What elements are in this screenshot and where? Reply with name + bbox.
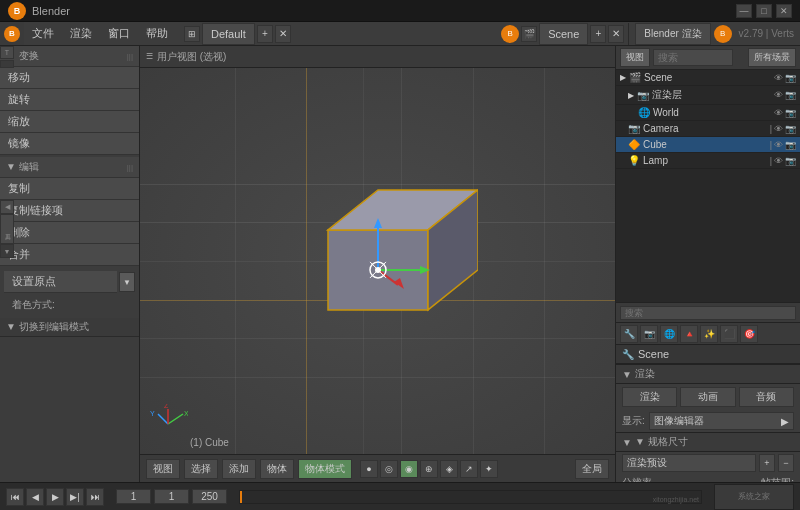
play-start-btn[interactable]: ⏮ [6, 488, 24, 506]
end-frame-input[interactable] [192, 489, 227, 504]
outliner-item-renderlayer[interactable]: ▶ 📷 渲染层 👁 📷 [616, 86, 800, 105]
search-input[interactable] [653, 49, 733, 66]
select-button[interactable]: 选择 [184, 459, 218, 479]
left-panel: T ▼ 变换 ||| 移动 旋转 缩放 镜像 ▼ 编辑 ||| 复制 复制链接项… [0, 46, 140, 482]
transform-section-header[interactable]: ▼ 变换 ||| [0, 46, 139, 67]
render-btn[interactable]: 渲染 [622, 387, 677, 407]
prop-tab-render[interactable]: 🔧 [620, 325, 638, 343]
cube-render-icon[interactable]: 👁 [774, 140, 783, 150]
side-nav-1[interactable]: ◀ [0, 200, 14, 214]
move-button[interactable]: 移动 [0, 67, 139, 89]
prop-tab-object[interactable]: 🔺 [680, 325, 698, 343]
preset-del-btn[interactable]: − [778, 454, 794, 472]
cube-sel-icon[interactable]: 📷 [785, 140, 796, 150]
outliner-item-world[interactable]: 🌐 World 👁 📷 [616, 105, 800, 121]
viewport-icon-7[interactable]: ✦ [480, 460, 498, 478]
scale-section-header[interactable]: ▼ ▼ 规格尺寸 [616, 432, 800, 452]
minimize-button[interactable]: — [736, 4, 752, 18]
viewport-icon-5[interactable]: ◈ [440, 460, 458, 478]
scene-selector[interactable]: Scene [539, 23, 588, 45]
animation-btn[interactable]: 动画 [680, 387, 735, 407]
prev-frame-btn[interactable]: ◀ [26, 488, 44, 506]
start-frame-input[interactable] [116, 489, 151, 504]
side-icon-1[interactable]: T [0, 46, 14, 59]
menu-render[interactable]: 渲染 [62, 22, 100, 45]
scene-prop-label: Scene [638, 348, 669, 360]
viewport-icon-4[interactable]: ⊕ [420, 460, 438, 478]
maximize-button[interactable]: □ [756, 4, 772, 18]
lamp-vis-icon[interactable]: | [770, 156, 772, 166]
display-selector[interactable]: 图像编辑器 ▶ [649, 412, 794, 430]
render-section-header[interactable]: ▼ 渲染 [616, 364, 800, 384]
viewport-icon-2[interactable]: ◎ [380, 460, 398, 478]
camera-render-icon[interactable]: 👁 [774, 124, 783, 134]
viewport-menu-icon[interactable]: ☰ [146, 52, 153, 61]
delete-button[interactable]: 删除 [0, 222, 139, 244]
set-origin-button[interactable]: 设置原点 [4, 271, 117, 293]
object-button[interactable]: 物体 [260, 459, 294, 479]
duplicate-button[interactable]: 复制 [0, 178, 139, 200]
close-button[interactable]: ✕ [776, 4, 792, 18]
switch-mode-button[interactable]: ▼ 切换到编辑模式 [0, 318, 139, 337]
menu-file[interactable]: 文件 [24, 22, 62, 45]
scene-close-button[interactable]: ✕ [608, 25, 624, 43]
layer-vis-icon[interactable]: 👁 [774, 90, 783, 100]
side-nav-2[interactable]: 工具 [0, 214, 14, 244]
camera-vis-icon[interactable]: | [770, 124, 772, 134]
scene-add-button[interactable]: + [590, 25, 606, 43]
next-frame-btn[interactable]: ▶| [66, 488, 84, 506]
workspace-selector[interactable]: Default [202, 23, 255, 45]
workspace-add-button[interactable]: + [257, 25, 273, 43]
prop-tab-material[interactable]: ✨ [700, 325, 718, 343]
visibility-icon[interactable]: 👁 [774, 73, 783, 83]
join-button[interactable]: 合并 [0, 244, 139, 266]
tab-all-scenes[interactable]: 所有场景 [748, 48, 796, 67]
lamp-sel-icon[interactable]: 📷 [785, 156, 796, 166]
timeline-bar[interactable]: xitongzhijia.net [239, 490, 702, 504]
workspace-close-button[interactable]: ✕ [275, 25, 291, 43]
rotate-button[interactable]: 旋转 [0, 89, 139, 111]
audio-btn[interactable]: 音频 [739, 387, 794, 407]
render-icon[interactable]: 📷 [785, 73, 796, 83]
outliner-item-scene[interactable]: ▶ 🎬 Scene 👁 📷 [616, 70, 800, 86]
mirror-button[interactable]: 镜像 [0, 133, 139, 155]
prop-tab-constraint[interactable]: 🎯 [740, 325, 758, 343]
mode-button[interactable]: 物体模式 [298, 459, 352, 479]
viewport-icon-3[interactable]: ◉ [400, 460, 418, 478]
cube-vis-icon[interactable]: | [770, 140, 772, 150]
view-button[interactable]: 视图 [146, 459, 180, 479]
prop-tab-data[interactable]: ⬛ [720, 325, 738, 343]
side-nav-3[interactable]: ▼ [0, 244, 14, 258]
switch-mode-section: ▼ 切换到编辑模式 [0, 318, 139, 337]
camera-sel-icon[interactable]: 📷 [785, 124, 796, 134]
render-engine-selector[interactable]: Blender 渲染 [635, 23, 710, 45]
viewport-icon-6[interactable]: ↗ [460, 460, 478, 478]
menu-window[interactable]: 窗口 [100, 22, 138, 45]
version-text: v2.79 | Verts [739, 28, 794, 39]
outliner-item-camera[interactable]: 📷 Camera | 👁 📷 [616, 121, 800, 137]
prop-tab-world[interactable]: 🌐 [660, 325, 678, 343]
world-vis-icon[interactable]: 👁 [774, 108, 783, 118]
duplicate-link-button[interactable]: 复制链接项 [0, 200, 139, 222]
scale-button[interactable]: 缩放 [0, 111, 139, 133]
global-button[interactable]: 全局 [575, 459, 609, 479]
play-end-btn[interactable]: ⏭ [86, 488, 104, 506]
viewport-icon-1[interactable]: ● [360, 460, 378, 478]
layer-render-icon[interactable]: 📷 [785, 90, 796, 100]
render-preset-input[interactable]: 渲染预设 [622, 454, 756, 472]
world-render-icon[interactable]: 📷 [785, 108, 796, 118]
menu-help[interactable]: 帮助 [138, 22, 176, 45]
lamp-render-icon[interactable]: 👁 [774, 156, 783, 166]
viewport-canvas[interactable]: X Y Z (1) Cube [140, 68, 615, 454]
outliner-item-lamp[interactable]: 💡 Lamp | 👁 📷 [616, 153, 800, 169]
tab-view[interactable]: 视图 [620, 48, 650, 67]
current-frame-input[interactable] [154, 489, 189, 504]
prop-tab-camera[interactable]: 📷 [640, 325, 658, 343]
add-button[interactable]: 添加 [222, 459, 256, 479]
properties-search-input[interactable] [620, 306, 796, 320]
edit-section-header[interactable]: ▼ 编辑 ||| [0, 157, 139, 178]
set-origin-dropdown[interactable]: ▼ [119, 272, 135, 292]
play-btn[interactable]: ▶ [46, 488, 64, 506]
preset-add-btn[interactable]: + [759, 454, 775, 472]
outliner-item-cube[interactable]: 🔶 Cube | 👁 📷 [616, 137, 800, 153]
